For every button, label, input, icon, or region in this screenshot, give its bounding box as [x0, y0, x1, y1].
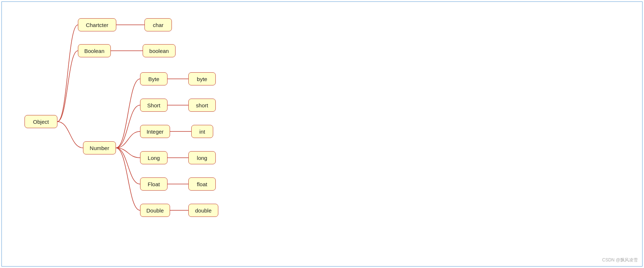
node-char: char	[144, 18, 172, 31]
node-chartcter: Chartcter	[78, 18, 116, 31]
node-short: Short	[140, 99, 167, 112]
node-byte: byte	[188, 72, 216, 85]
node-float: float	[188, 177, 216, 191]
node-long: Long	[140, 151, 167, 164]
node-boolean: Boolean	[78, 44, 111, 57]
node-byte: Byte	[140, 72, 167, 85]
node-float: Float	[140, 177, 167, 191]
node-short: short	[188, 99, 216, 112]
diagram-container: ObjectChartcterBooleanNumbercharbooleanB…	[1, 1, 643, 267]
node-number: Number	[83, 141, 116, 154]
watermark: CSDN @飘风凌雪	[602, 257, 638, 263]
node-integer: Integer	[140, 125, 170, 138]
diagram-svg	[2, 2, 642, 266]
node-double: double	[188, 204, 218, 217]
node-double: Double	[140, 204, 170, 217]
node-object: Object	[25, 115, 57, 128]
node-boolean: boolean	[143, 44, 176, 57]
node-long: long	[188, 151, 216, 164]
node-int: int	[191, 125, 213, 138]
